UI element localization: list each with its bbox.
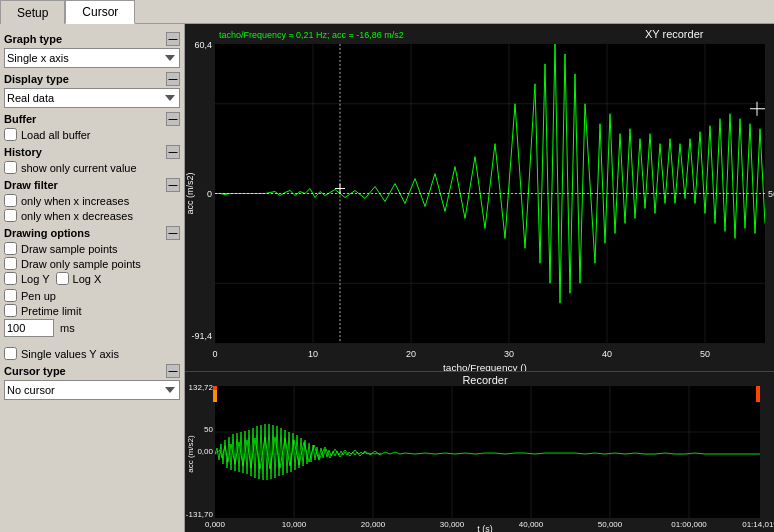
history-collapse[interactable]: — bbox=[166, 145, 180, 159]
svg-text:60,4: 60,4 bbox=[195, 40, 212, 50]
log-y-text: Log Y bbox=[21, 273, 50, 285]
draw-only-sample-points-row: Draw only sample points bbox=[4, 257, 180, 270]
graph-type-label: Graph type bbox=[4, 33, 62, 45]
pretime-limit-text: Pretime limit bbox=[21, 305, 82, 317]
svg-text:10,000: 10,000 bbox=[282, 520, 307, 529]
graph-type-collapse[interactable]: — bbox=[166, 32, 180, 46]
log-y-checkbox[interactable] bbox=[4, 272, 17, 285]
svg-text:30: 30 bbox=[504, 349, 514, 359]
svg-text:tacho/Frequency (): tacho/Frequency () bbox=[443, 362, 527, 371]
draw-sample-points-row: Draw sample points bbox=[4, 242, 180, 255]
svg-text:01:00,000: 01:00,000 bbox=[671, 520, 707, 529]
svg-text:t (s): t (s) bbox=[477, 524, 493, 532]
log-row: Log Y Log X bbox=[4, 272, 180, 287]
log-x-row: Log X bbox=[56, 272, 102, 285]
buffer-header: Buffer — bbox=[4, 112, 180, 126]
draw-filter-header: Draw filter — bbox=[4, 178, 180, 192]
load-all-buffer-text: Load all buffer bbox=[21, 129, 91, 141]
tab-cursor[interactable]: Cursor bbox=[65, 0, 135, 24]
svg-rect-55 bbox=[213, 386, 217, 390]
draw-filter-content: only when x increases only when x decrea… bbox=[4, 194, 180, 222]
graph-type-content: Single x axis bbox=[4, 48, 180, 68]
svg-text:-91,4: -91,4 bbox=[192, 331, 212, 341]
svg-text:tacho/Frequency = 0,21 Hz; acc: tacho/Frequency = 0,21 Hz; acc = -16,86 … bbox=[219, 30, 404, 40]
svg-text:0,00: 0,00 bbox=[197, 447, 213, 456]
svg-text:50: 50 bbox=[700, 349, 710, 359]
pretime-value-row: 100 ms bbox=[4, 319, 180, 337]
chart-top[interactable]: 60,4 0 -91,4 0 10 20 30 40 50 tacho/Freq… bbox=[185, 24, 774, 372]
drawing-options-collapse[interactable]: — bbox=[166, 226, 180, 240]
pen-up-text: Pen up bbox=[21, 290, 56, 302]
svg-text:50: 50 bbox=[204, 425, 213, 434]
drawing-options-header: Drawing options — bbox=[4, 226, 180, 240]
load-all-buffer-row: Load all buffer bbox=[4, 128, 180, 141]
pen-up-checkbox[interactable] bbox=[4, 289, 17, 302]
pretime-unit-label: ms bbox=[60, 322, 75, 334]
svg-text:0: 0 bbox=[207, 189, 212, 199]
draw-filter-collapse[interactable]: — bbox=[166, 178, 180, 192]
only-x-increases-checkbox[interactable] bbox=[4, 194, 17, 207]
graph-type-select[interactable]: Single x axis bbox=[4, 48, 180, 68]
chart-bottom[interactable]: 132,72 50 0,00 -131,70 0,000 10,000 20,0… bbox=[185, 372, 774, 532]
pretime-value-input[interactable]: 100 bbox=[4, 319, 54, 337]
svg-text:acc (m/s2): acc (m/s2) bbox=[185, 173, 195, 215]
graph-type-header: Graph type — bbox=[4, 32, 180, 46]
buffer-label: Buffer bbox=[4, 113, 36, 125]
svg-text:40,000: 40,000 bbox=[519, 520, 544, 529]
buffer-collapse[interactable]: — bbox=[166, 112, 180, 126]
draw-sample-points-checkbox[interactable] bbox=[4, 242, 17, 255]
display-type-header: Display type — bbox=[4, 72, 180, 86]
cursor-type-label: Cursor type bbox=[4, 365, 66, 377]
svg-rect-58 bbox=[756, 390, 760, 402]
load-all-buffer-checkbox[interactable] bbox=[4, 128, 17, 141]
svg-text:Recorder: Recorder bbox=[462, 374, 508, 386]
only-x-decreases-checkbox[interactable] bbox=[4, 209, 17, 222]
display-type-label: Display type bbox=[4, 73, 69, 85]
cursor-type-select[interactable]: No cursor bbox=[4, 380, 180, 400]
draw-sample-points-text: Draw sample points bbox=[21, 243, 118, 255]
cursor-type-content: No cursor bbox=[4, 380, 180, 400]
tab-setup-label: Setup bbox=[17, 6, 48, 20]
tab-bar: Setup Cursor bbox=[0, 0, 774, 24]
main-container: Graph type — Single x axis Display type … bbox=[0, 24, 774, 532]
svg-text:30,000: 30,000 bbox=[440, 520, 465, 529]
display-type-select[interactable]: Real data bbox=[4, 88, 180, 108]
draw-only-sample-points-text: Draw only sample points bbox=[21, 258, 141, 270]
log-x-checkbox[interactable] bbox=[56, 272, 69, 285]
single-values-y-checkbox[interactable] bbox=[4, 347, 17, 360]
only-x-increases-row: only when x increases bbox=[4, 194, 180, 207]
svg-text:20: 20 bbox=[406, 349, 416, 359]
svg-text:-131,70: -131,70 bbox=[186, 510, 214, 519]
svg-text:01:14,019: 01:14,019 bbox=[742, 520, 774, 529]
show-only-current-checkbox[interactable] bbox=[4, 161, 17, 174]
history-content: show only current value bbox=[4, 161, 180, 174]
svg-rect-56 bbox=[756, 386, 760, 390]
drawing-options-label: Drawing options bbox=[4, 227, 90, 239]
cursor-type-header: Cursor type — bbox=[4, 364, 180, 378]
history-header: History — bbox=[4, 145, 180, 159]
svg-text:56,33: 56,33 bbox=[768, 190, 774, 200]
svg-text:10: 10 bbox=[308, 349, 318, 359]
show-only-current-row: show only current value bbox=[4, 161, 180, 174]
svg-text:40: 40 bbox=[602, 349, 612, 359]
pretime-limit-row: Pretime limit bbox=[4, 304, 180, 317]
cursor-type-collapse[interactable]: — bbox=[166, 364, 180, 378]
svg-text:0,000: 0,000 bbox=[205, 520, 226, 529]
chart-top-svg: 60,4 0 -91,4 0 10 20 30 40 50 tacho/Freq… bbox=[185, 24, 774, 371]
display-type-collapse[interactable]: — bbox=[166, 72, 180, 86]
pretime-limit-checkbox[interactable] bbox=[4, 304, 17, 317]
drawing-options-content: Draw sample points Draw only sample poin… bbox=[4, 242, 180, 360]
draw-filter-label: Draw filter bbox=[4, 179, 58, 191]
only-x-decreases-text: only when x decreases bbox=[21, 210, 133, 222]
tab-setup[interactable]: Setup bbox=[0, 0, 65, 24]
display-type-content: Real data bbox=[4, 88, 180, 108]
tab-cursor-label: Cursor bbox=[82, 5, 118, 19]
pen-up-row: Pen up bbox=[4, 289, 180, 302]
draw-only-sample-points-checkbox[interactable] bbox=[4, 257, 17, 270]
only-x-increases-text: only when x increases bbox=[21, 195, 129, 207]
left-panel: Graph type — Single x axis Display type … bbox=[0, 24, 185, 532]
history-label: History bbox=[4, 146, 42, 158]
svg-text:acc (m/s2): acc (m/s2) bbox=[186, 435, 195, 473]
svg-text:XY recorder: XY recorder bbox=[645, 28, 704, 40]
svg-text:0: 0 bbox=[212, 349, 217, 359]
